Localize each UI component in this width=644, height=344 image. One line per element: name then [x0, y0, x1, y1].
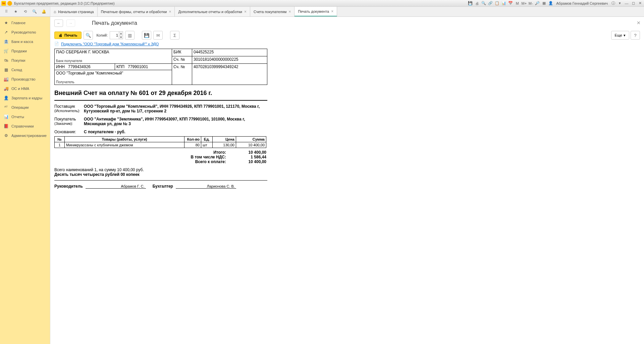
document-title: Внешний Счет на оплату № 601 от 29 декаб… — [54, 90, 640, 97]
sidebar-item[interactable]: 🛍Покупки — [0, 56, 50, 65]
tab-label: Счета покупателям — [254, 10, 286, 14]
sidebar: ★Главное↗Руководителю🏦Банк и касса🛒Прода… — [0, 17, 50, 344]
spinner-up-icon[interactable]: ▲ — [119, 32, 123, 35]
sidebar-item[interactable]: ▦Склад — [0, 65, 50, 75]
preview-button[interactable]: 🔍 — [84, 31, 93, 40]
buyer-label: Покупатель — [54, 117, 84, 121]
tab[interactable]: Счета покупателям× — [250, 7, 294, 16]
more-button-label: Еще — [615, 33, 622, 37]
info-icon[interactable]: ⓘ — [610, 1, 616, 6]
sidebar-icon: 🛒 — [3, 48, 9, 54]
sidebar-item-label: Банк и касса — [11, 40, 33, 44]
kpp-label: КПП — [116, 64, 124, 69]
sum-button[interactable]: Σ — [170, 31, 179, 40]
more-button[interactable]: Еще▾ — [611, 31, 629, 40]
col-qty: Кол-во — [184, 137, 201, 142]
supplier-value: ООО "Торговый дом "Комплексный", ИНН 779… — [84, 104, 267, 113]
director-name: Абрамов Г. С. — [86, 184, 146, 189]
apps-icon[interactable]: ⠿ — [3, 9, 9, 15]
sidebar-item-label: Зарплата и кадры — [11, 96, 42, 100]
dropdown-icon[interactable]: ▾ — [617, 1, 623, 6]
recipient-name: ООО "Торговый дом "Комплексный" — [56, 71, 170, 76]
sidebar-icon: 🏭 — [3, 77, 9, 82]
sidebar-icon: ▦ — [3, 67, 9, 72]
bell-icon[interactable]: 🔔 — [41, 9, 47, 15]
close-page-icon[interactable]: ✕ — [637, 20, 641, 26]
close-window-icon[interactable]: ✕ — [637, 1, 643, 6]
basis-value: С покупателем - руб. — [84, 130, 267, 134]
mail-button[interactable]: ✉ — [153, 31, 163, 40]
minimize-icon[interactable]: — — [624, 1, 629, 6]
sidebar-item[interactable]: 📊Отчеты — [0, 112, 50, 121]
tab[interactable]: Дополнительные отчеты и обработки× — [175, 7, 250, 16]
sidebar-item-label: Операции — [11, 105, 29, 109]
maximize-icon[interactable]: ◻ — [631, 1, 636, 6]
compare-icon[interactable]: 📋 — [494, 1, 500, 6]
spinner-down-icon[interactable]: ▼ — [119, 35, 123, 39]
zoom-icon[interactable]: 🔎 — [535, 1, 540, 6]
sidebar-item[interactable]: ★Главное — [0, 18, 50, 28]
m-icon[interactable]: M — [515, 1, 520, 6]
tab-label: Печать документа — [298, 9, 329, 13]
summary-line: Всего наименований 1, на сумму 10 400,00… — [54, 167, 640, 172]
favorite-icon[interactable]: ★ — [13, 9, 19, 15]
inn-value: 7799434926 — [68, 64, 91, 69]
print-button[interactable]: 🖨 Печать — [54, 32, 82, 39]
back-button[interactable]: ← — [54, 19, 63, 27]
close-icon[interactable]: × — [244, 9, 247, 14]
calendar-icon[interactable]: 📅 — [508, 1, 513, 6]
sidebar-item-label: Главное — [11, 21, 25, 25]
sidebar-icon: 🛍 — [3, 58, 9, 63]
user-name[interactable]: Абрамов Геннадий Сергеевич — [556, 1, 608, 5]
col-num: № — [55, 137, 65, 142]
sidebar-item[interactable]: ⚙Администрирование — [0, 131, 50, 140]
sidebar-item[interactable]: ᴬᵀОперации — [0, 103, 50, 112]
sidebar-item[interactable]: 👤Зарплата и кадры — [0, 93, 50, 103]
sidebar-icon: ↗ — [3, 30, 9, 35]
tab[interactable]: Печать документа× — [294, 7, 337, 16]
close-icon[interactable]: × — [288, 9, 291, 14]
sidebar-icon: ★ — [3, 20, 9, 26]
grid-icon[interactable]: ▦ — [541, 1, 547, 6]
total-label: Всего к оплате: — [195, 159, 236, 164]
sidebar-item[interactable]: 🚚ОС и НМА — [0, 84, 50, 93]
template-button[interactable]: ▥ — [125, 31, 135, 40]
bank-role: Банк получателя — [56, 59, 170, 63]
save-doc-button[interactable]: 💾 — [142, 31, 151, 40]
search-icon[interactable]: 🔍 — [32, 9, 38, 15]
items-table: № Товары (работы, услуги) Кол-во Ед. Цен… — [54, 136, 266, 148]
save-icon[interactable]: 💾 — [468, 1, 473, 6]
help-button[interactable]: ? — [631, 31, 640, 40]
sidebar-item[interactable]: 🏭Производство — [0, 75, 50, 84]
sidebar-item[interactable]: 🛒Продажи — [0, 46, 50, 56]
titlebar: 1c Бухгалтерия предприятия, редакция 3.0… — [0, 0, 644, 7]
sidebar-item-label: ОС и НМА — [11, 87, 29, 91]
tab[interactable]: Печатные формы, отчеты и обработки× — [98, 7, 175, 16]
sidebar-item[interactable]: 📕Справочники — [0, 121, 50, 131]
print-icon[interactable]: 🖨 — [474, 1, 480, 6]
forward-button[interactable]: → — [66, 19, 75, 27]
col-price: Цена — [213, 137, 236, 142]
action-row: 🖨 Печать 🔍 Копий: ▲▼ ▥ 💾 ✉ Σ Еще▾ ? — [50, 30, 644, 41]
accountant-label: Бухгалтер — [153, 184, 173, 189]
m-minus-icon[interactable]: M- — [528, 1, 533, 6]
app-dropdown-icon[interactable] — [7, 1, 12, 6]
m-plus-icon[interactable]: M+ — [521, 1, 527, 6]
document-area: ПАО СБЕРБАНК Г. МОСКВА Банк получателя Б… — [50, 49, 644, 344]
edo-link[interactable]: Подключить "ООО "Торговый дом "Комплексн… — [61, 42, 159, 46]
close-icon[interactable]: × — [169, 9, 171, 14]
tab[interactable]: ⌂Начальная страница — [50, 7, 98, 16]
nds-value: 1 586,44 — [236, 155, 266, 159]
basis-label: Основание: — [54, 130, 84, 134]
tab-label: Начальная страница — [58, 10, 94, 14]
history-icon[interactable]: ⟲ — [22, 9, 28, 15]
sidebar-item[interactable]: ↗Руководителю — [0, 28, 50, 37]
sidebar-item[interactable]: 🏦Банк и касса — [0, 37, 50, 46]
close-icon[interactable]: × — [331, 9, 333, 14]
link-icon[interactable]: 🔗 — [488, 1, 493, 6]
buyer-value: ООО "Антикафе "Земляника", ИНН 779954309… — [84, 117, 267, 126]
calc-icon[interactable]: 📊 — [501, 1, 506, 6]
accountant-name: Ларионова С. В. — [176, 184, 236, 189]
find-icon[interactable]: 🔍 — [481, 1, 486, 6]
total-value: 10 400,00 — [236, 159, 266, 164]
